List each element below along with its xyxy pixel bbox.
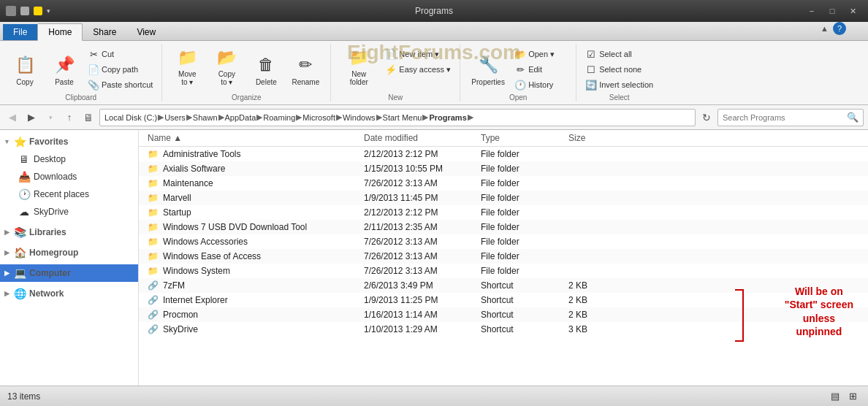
table-row[interactable]: 📁 Windows 7 USB DVD Download Tool 2/11/2… <box>139 220 868 234</box>
table-row[interactable]: 📁 Administrative Tools 2/12/2013 2:12 PM… <box>139 147 868 161</box>
move-to-button[interactable]: 📁 Moveto ▾ <box>168 44 206 88</box>
skydrive-fav-icon: ☁ <box>18 205 31 218</box>
close-button[interactable]: ✕ <box>843 4 862 18</box>
file-name-text: SkyDrive <box>163 324 198 334</box>
sidebar-section-homegroup[interactable]: ▶ 🏠 Homegroup <box>0 244 138 261</box>
help-btn[interactable]: ? <box>833 22 846 35</box>
file-name-cell: 📁 Startup <box>139 206 358 219</box>
tab-view[interactable]: View <box>126 24 166 40</box>
tab-share[interactable]: Share <box>83 24 126 40</box>
history-button[interactable]: 🕐 History <box>511 77 570 92</box>
file-type-cell: File folder <box>475 148 563 161</box>
sidebar: ▾ ⭐ Favorites 🖥 Desktop 📥 Downloads 🕐 Re… <box>0 130 139 386</box>
file-type-cell: Shortcut <box>475 323 563 336</box>
table-row[interactable]: 🔗 7zFM 2/6/2013 3:49 PM Shortcut 2 KB <box>139 278 868 293</box>
col-header-size[interactable]: Size <box>563 131 621 145</box>
paste-shortcut-button[interactable]: 📎 Paste shortcut <box>85 77 156 92</box>
customize-arrow[interactable]: ▾ <box>47 7 50 15</box>
table-row[interactable]: 📁 Marvell 1/9/2013 11:45 PM File folder <box>139 191 868 205</box>
quick-access-1[interactable] <box>20 7 29 15</box>
easy-access-button[interactable]: ⚡ Easy access ▾ <box>382 62 454 77</box>
file-size-cell <box>563 196 621 199</box>
copy-path-button[interactable]: 📄 Copy path <box>85 62 156 77</box>
sidebar-item-desktop[interactable]: 🖥 Desktop <box>0 150 138 168</box>
properties-button[interactable]: 🔧 Properties <box>466 44 510 88</box>
file-size-cell <box>563 240 621 243</box>
file-date-cell: 1/16/2013 1:14 AM <box>358 308 475 321</box>
copy-to-button[interactable]: 📂 Copyto ▾ <box>208 44 245 88</box>
table-row[interactable]: 📁 Windows Ease of Access 7/26/2012 3:13 … <box>139 249 868 264</box>
address-path[interactable]: Local Disk (C:) ▶ Users ▶ Shawn ▶ AppDat… <box>99 109 696 126</box>
table-row[interactable]: 📁 Windows System 7/26/2012 3:13 AM File … <box>139 264 868 278</box>
recent-locations-button[interactable]: ▾ <box>42 110 58 126</box>
ribbon-collapse-btn[interactable]: ▲ <box>819 23 830 34</box>
table-row[interactable]: 🔗 Internet Explorer 1/9/2013 11:25 PM Sh… <box>139 293 868 307</box>
new-label: New <box>337 93 454 102</box>
invert-selection-button[interactable]: 🔄 Invert selection <box>582 77 656 92</box>
table-row[interactable]: 📁 Windows Accessories 7/26/2012 3:13 AM … <box>139 234 868 249</box>
paste-button[interactable]: 📌 Paste <box>45 44 83 88</box>
quick-access-2[interactable] <box>34 7 42 15</box>
table-row[interactable]: 📁 Axialis Software 1/15/2013 10:55 PM Fi… <box>139 161 868 176</box>
file-name-cell: 🔗 SkyDrive <box>139 323 358 336</box>
tab-home[interactable]: Home <box>37 23 83 41</box>
file-name-text: Marvell <box>163 193 191 203</box>
address-bar: ◀ ▶ ▾ ↑ 🖥 Local Disk (C:) ▶ Users ▶ Shaw… <box>0 105 868 130</box>
sidebar-item-recent-places[interactable]: 🕐 Recent places <box>0 185 138 203</box>
copy-icon: 📋 <box>13 53 37 77</box>
maximize-button[interactable]: □ <box>823 4 842 18</box>
col-header-type[interactable]: Type <box>475 131 563 145</box>
shortcut-icon: 🔗 <box>148 295 159 305</box>
sidebar-item-downloads[interactable]: 📥 Downloads <box>0 168 138 185</box>
tab-file[interactable]: File <box>3 24 37 40</box>
select-none-button[interactable]: ☐ Select none <box>582 62 656 77</box>
skydrive-fav-label: SkyDrive <box>34 207 69 217</box>
new-folder-icon: 📁 <box>347 47 370 69</box>
rename-button[interactable]: ✏ Rename <box>286 44 324 88</box>
back-button[interactable]: ◀ <box>4 110 20 126</box>
up-button[interactable]: ↑ <box>61 110 77 126</box>
forward-button[interactable]: ▶ <box>23 110 39 126</box>
edit-button[interactable]: ✏ Edit <box>511 62 570 77</box>
sidebar-item-skydrive-fav[interactable]: ☁ SkyDrive <box>0 203 138 221</box>
sidebar-section-network[interactable]: ▶ 🌐 Network <box>0 285 138 302</box>
path-part-microsoft: Microsoft <box>302 113 335 122</box>
new-folder-button[interactable]: 📁 Newfolder <box>337 44 381 88</box>
paste-shortcut-icon: 📎 <box>88 79 99 91</box>
file-name-text: Startup <box>163 207 191 218</box>
table-row[interactable]: 🔗 Procmon 1/16/2013 1:14 AM Shortcut 2 K… <box>139 307 868 322</box>
folder-icon: 📁 <box>148 251 159 261</box>
file-size-cell: 2 KB <box>563 279 621 292</box>
col-header-date[interactable]: Date modified <box>358 131 475 145</box>
large-icons-view-button[interactable]: ⊞ <box>845 390 861 403</box>
table-row[interactable]: 📁 Startup 2/12/2013 2:12 PM File folder <box>139 205 868 220</box>
table-row[interactable]: 🔗 SkyDrive 1/10/2013 1:29 AM Shortcut 3 … <box>139 322 868 337</box>
delete-button[interactable]: 🗑 Delete <box>247 44 285 88</box>
refresh-button[interactable]: ↻ <box>698 110 715 126</box>
select-all-button[interactable]: ☑ Select all <box>582 47 656 61</box>
path-part-windows: Windows <box>343 113 376 122</box>
new-item-button[interactable]: 📄 New item ▾ <box>382 47 454 61</box>
col-header-name[interactable]: Name ▲ <box>139 131 358 145</box>
cut-button[interactable]: ✂ Cut <box>85 47 156 61</box>
file-date-cell: 1/10/2013 1:29 AM <box>358 323 475 336</box>
table-row[interactable]: 📁 Maintenance 7/26/2012 3:13 AM File fol… <box>139 176 868 191</box>
details-view-button[interactable]: ▤ <box>827 390 843 403</box>
folder-icon: 📁 <box>148 193 159 203</box>
search-box[interactable]: 🔍 <box>717 109 864 126</box>
sidebar-section-libraries[interactable]: ▶ 📚 Libraries <box>0 223 138 241</box>
item-count: 13 items <box>7 391 40 402</box>
file-date-cell: 7/26/2012 3:13 AM <box>358 235 475 248</box>
search-input[interactable] <box>723 113 844 122</box>
open-button[interactable]: 📂 Open ▾ <box>511 47 570 61</box>
file-size-cell <box>563 211 621 214</box>
sidebar-section-computer[interactable]: ▶ 💻 Computer <box>0 264 138 282</box>
file-name-text: Windows Accessories <box>163 237 248 247</box>
sidebar-section-favorites[interactable]: ▾ ⭐ Favorites <box>0 133 138 150</box>
homegroup-arrow: ▶ <box>3 249 10 256</box>
file-name-text: Administrative Tools <box>163 149 241 159</box>
file-name-cell: 📁 Marvell <box>139 191 358 204</box>
folder-icon: 📁 <box>148 237 159 247</box>
copy-button[interactable]: 📋 Copy <box>6 44 44 88</box>
minimize-button[interactable]: − <box>802 4 821 18</box>
